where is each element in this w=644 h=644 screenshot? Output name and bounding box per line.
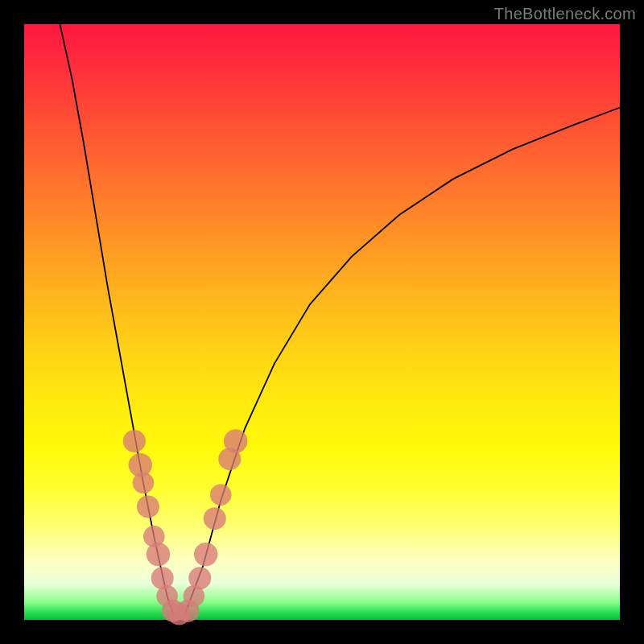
data-marker — [123, 430, 146, 452]
data-marker — [188, 567, 211, 589]
data-marker — [137, 495, 159, 518]
curve-left-branch — [60, 24, 173, 614]
data-marker — [147, 543, 170, 566]
curve-right-branch — [185, 108, 620, 614]
data-marker — [133, 473, 155, 494]
plot-area — [24, 24, 620, 620]
data-marker — [204, 507, 226, 530]
curve-svg — [24, 24, 620, 620]
data-marker — [210, 484, 232, 506]
markers-group — [123, 429, 248, 625]
chart-container: TheBottleneck.com — [0, 0, 644, 644]
data-marker — [194, 543, 217, 566]
data-marker — [224, 429, 247, 452]
watermark-text: TheBottleneck.com — [494, 5, 636, 23]
